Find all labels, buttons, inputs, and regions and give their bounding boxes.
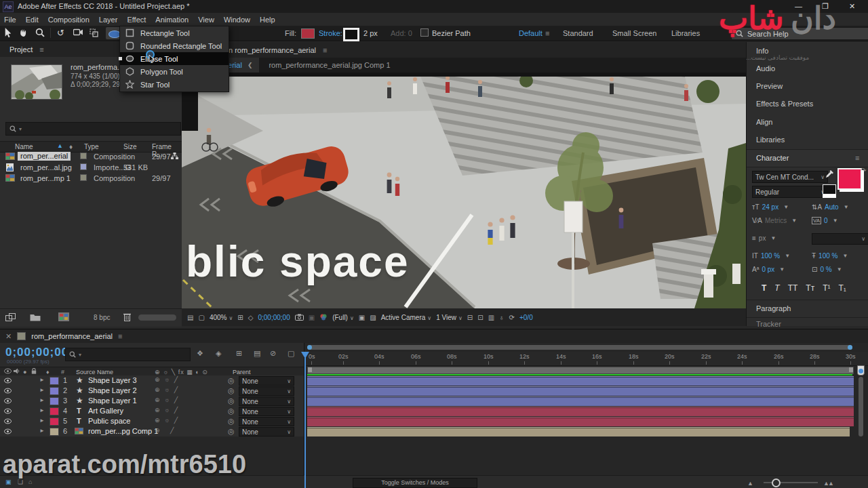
hand-tool-icon[interactable] xyxy=(19,28,28,37)
magnification-select[interactable]: 400%∨ xyxy=(210,314,233,321)
font-size-value[interactable]: 24 px xyxy=(762,203,778,211)
zoom-slider-knob[interactable] xyxy=(772,479,781,487)
panel-tab-preview[interactable]: Preview xyxy=(756,82,783,90)
small-caps-button[interactable]: Tᴛ xyxy=(806,283,814,293)
vertical-scale-value[interactable]: 100 % xyxy=(761,252,780,260)
layer-name[interactable]: rom_per...pg Comp 1 xyxy=(88,427,158,435)
column-source-name[interactable]: Source Name xyxy=(76,369,113,375)
panel-tab-libraries[interactable]: Libraries xyxy=(756,136,785,144)
column-type[interactable]: Type xyxy=(84,143,99,150)
menu-item-rounded-rectangle-tool[interactable]: Rounded Rectangle Tool xyxy=(120,39,229,52)
layer-switches[interactable]: ⊕ ☼ ╱ xyxy=(155,386,179,393)
horizontal-scrollbar[interactable] xyxy=(307,345,852,350)
playhead-line[interactable] xyxy=(304,352,306,488)
layer-duration-bar[interactable] xyxy=(307,407,854,416)
panel-tab-align[interactable]: Align xyxy=(756,118,772,126)
view-layout-select[interactable]: 1 View∨ xyxy=(436,314,462,321)
menu-item-rectangle-tool[interactable]: Rectangle Tool xyxy=(120,26,229,39)
tsume-value[interactable]: 0 % xyxy=(820,266,831,273)
bezier-path-checkbox[interactable] xyxy=(420,28,429,37)
layer-name[interactable]: Art Gallery xyxy=(88,407,123,415)
faux-italic-button[interactable]: T xyxy=(774,283,779,293)
layer-row[interactable]: ► 3 ★ Shape Layer 1 ⊕ ☼ ╱ ◎ None∨ xyxy=(0,396,304,407)
panel-menu-icon[interactable]: ≡ xyxy=(39,45,43,54)
eye-icon[interactable] xyxy=(4,428,12,434)
channels-icon[interactable] xyxy=(319,313,328,321)
draft-3d-icon[interactable]: ◈ xyxy=(216,349,221,358)
workspace-standard[interactable]: Standard xyxy=(563,29,593,37)
new-folder-icon[interactable] xyxy=(30,313,41,321)
table-row[interactable]: rom_per...al.jpg Importe...G 531 KB xyxy=(0,162,182,173)
menu-file[interactable]: File xyxy=(4,16,16,24)
column-number[interactable]: # xyxy=(61,369,64,375)
parent-select[interactable]: None∨ xyxy=(239,427,294,436)
solo-column-icon[interactable]: ● xyxy=(23,369,26,375)
rotate-tool-icon[interactable]: ↺ xyxy=(57,28,64,38)
stroke-width-value[interactable]: 2 px xyxy=(363,29,378,37)
project-item-name[interactable]: rom_per...al.jpg xyxy=(20,163,72,171)
panel-menu-icon[interactable]: ≡ xyxy=(323,46,327,54)
viewer-timecode[interactable]: 0;00;00;00 xyxy=(258,314,290,321)
table-row[interactable]: rom_per...mp 1 Composition 29/97 xyxy=(0,173,182,184)
superscript-button[interactable]: T¹ xyxy=(823,283,830,293)
in-out-columns-icon[interactable]: ❏ xyxy=(18,479,23,485)
work-area-bar[interactable] xyxy=(307,367,854,374)
pickwhip-icon[interactable]: ◎ xyxy=(228,396,235,405)
shy-layers-icon[interactable]: ⊞ xyxy=(236,349,242,358)
snapshot-icon[interactable] xyxy=(295,314,304,321)
layer-row[interactable]: ► 6 rom_per...pg Comp 1 ⊕ ╱ ◎ None∨ xyxy=(0,426,304,437)
stroke-color-swatch[interactable] xyxy=(343,28,359,41)
menu-animation[interactable]: Animation xyxy=(155,16,189,24)
exposure-offset[interactable]: +0/0 xyxy=(519,314,533,321)
layer-color-chip[interactable] xyxy=(50,407,59,415)
faux-bold-button[interactable]: T xyxy=(762,283,766,293)
pickwhip-icon[interactable]: ◎ xyxy=(228,417,235,426)
tab-back-icon[interactable]: ❮ xyxy=(248,62,253,68)
expand-arrow-icon[interactable]: ► xyxy=(39,387,45,393)
layer-switches[interactable]: ⊕ ╱ xyxy=(155,427,175,434)
layer-row[interactable]: ► 4 T Art Gallery ⊕ ☼ ╱ ◎ None∨ xyxy=(0,406,304,417)
main-monitor-icon[interactable]: ▢ xyxy=(198,314,204,321)
parent-select[interactable]: None∨ xyxy=(239,407,294,416)
reset-exposure-icon[interactable]: ⟳ xyxy=(509,314,515,321)
kerning-value[interactable]: Metrics xyxy=(765,217,787,224)
toggle-switches-modes-button[interactable]: Toggle Switches / Modes xyxy=(353,478,477,488)
workspace-small-screen[interactable]: Small Screen xyxy=(612,29,656,37)
interpret-footage-icon[interactable] xyxy=(5,313,16,321)
expand-layers-icon[interactable]: ▣ xyxy=(5,479,12,485)
layer-duration-bar[interactable] xyxy=(307,396,854,406)
menu-item-star-tool[interactable]: Star Tool xyxy=(120,78,229,91)
baseline-shift-value[interactable]: 0 px xyxy=(762,266,774,273)
project-tab[interactable]: Project xyxy=(9,45,33,54)
render-time-icon[interactable]: ⌂ xyxy=(28,479,32,485)
show-snapshot-icon[interactable]: ▣ xyxy=(309,314,315,321)
workspace-menu-icon[interactable]: ≡ xyxy=(545,29,549,37)
pixel-aspect-icon[interactable]: ⊟ xyxy=(467,314,473,321)
label-column-icon[interactable]: ♦ xyxy=(46,369,50,375)
expand-arrow-icon[interactable]: ► xyxy=(39,418,45,424)
new-composition-icon[interactable] xyxy=(58,312,69,321)
paragraph-panel-header[interactable]: Paragraph xyxy=(747,300,868,318)
default-fill-stroke-icon[interactable] xyxy=(823,184,836,198)
restore-button[interactable]: ❐ xyxy=(822,2,829,11)
minimize-button[interactable]: — xyxy=(795,2,802,10)
project-search-box[interactable]: ▾ xyxy=(5,122,181,136)
panel-tab-effects-presets[interactable]: Effects & Presets xyxy=(756,100,813,108)
playhead-handle[interactable] xyxy=(301,352,309,359)
timeline-tab-label[interactable]: rom_performance_aerial xyxy=(31,332,113,340)
font-style-select[interactable]: Regular∨ xyxy=(752,186,828,198)
layer-name[interactable]: Shape Layer 2 xyxy=(88,386,137,394)
fast-previews-icon[interactable]: ⊡ xyxy=(477,314,483,321)
eye-icon[interactable] xyxy=(4,408,12,414)
layer-switches[interactable]: ⊕ ☼ ╱ xyxy=(155,376,179,383)
time-ruler[interactable]: 0s 02s 04s 06s 08s 10s 12s 14s 16s 18s 2… xyxy=(304,352,868,366)
menu-layer[interactable]: Layer xyxy=(99,16,118,24)
timeline-button-icon[interactable]: ▥ xyxy=(488,314,494,321)
audio-column-icon[interactable] xyxy=(14,368,20,374)
panel-tab-audio[interactable]: Audio xyxy=(756,64,775,73)
menu-view[interactable]: View xyxy=(198,16,214,24)
column-parent[interactable]: Parent xyxy=(233,369,251,375)
workspace-default[interactable]: Default xyxy=(519,29,542,37)
menu-effect[interactable]: Effect xyxy=(127,16,146,24)
label-chip[interactable] xyxy=(80,174,87,181)
